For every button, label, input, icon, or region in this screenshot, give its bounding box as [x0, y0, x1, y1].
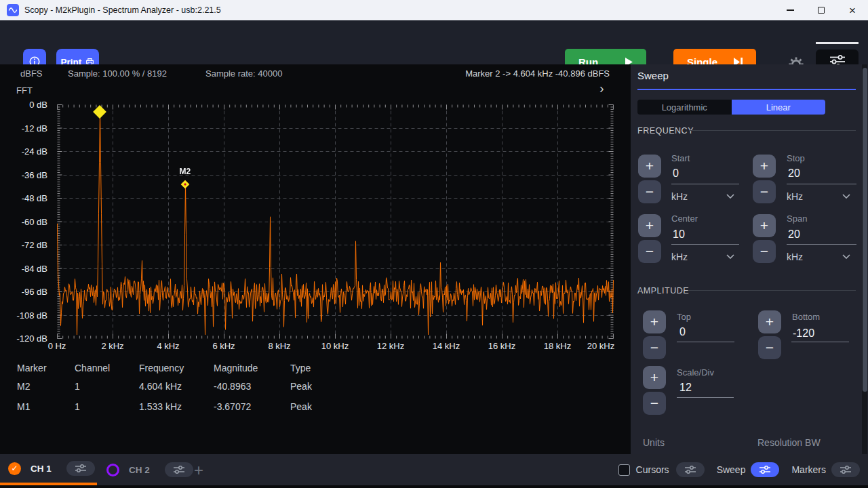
marker-cell: 1.533 kHz: [139, 401, 182, 412]
field-underline: [791, 342, 849, 342]
x-tick-label: 0 Hz: [48, 341, 66, 351]
sliders-icon: [74, 464, 87, 473]
maximize-button[interactable]: [806, 0, 837, 20]
stop-decrement-button[interactable]: −: [753, 180, 776, 203]
span-value[interactable]: 20: [788, 228, 800, 241]
marker-cell: M2: [17, 381, 30, 392]
marker-cell: 1: [75, 401, 80, 412]
start-increment-button[interactable]: +: [638, 155, 661, 178]
chevron-down-icon[interactable]: [842, 254, 850, 259]
stop-value[interactable]: 20: [788, 167, 800, 180]
channel-1-enable-checkbox[interactable]: ✓: [8, 462, 21, 475]
active-menu-indicator: [816, 42, 859, 44]
y-tick-label: -12 dB: [5, 123, 47, 134]
marker-table-header-cell: Magnitude: [214, 363, 258, 373]
top-decrement-button[interactable]: −: [643, 336, 666, 359]
sweep-toggle-label: Sweep: [717, 464, 746, 475]
chevron-down-icon[interactable]: [726, 254, 734, 259]
center-increment-button[interactable]: +: [638, 214, 661, 237]
channel-1-settings-button[interactable]: [66, 461, 95, 476]
top-value[interactable]: 0: [679, 326, 686, 338]
x-tick-label: 10 kHz: [321, 341, 349, 351]
sweep-settings-panel: Sweep Logarithmic Linear FREQUENCY + − S…: [631, 64, 868, 454]
span-unit-dropdown[interactable]: kHz: [787, 251, 803, 262]
span-decrement-button[interactable]: −: [753, 240, 776, 263]
spectrum-chart-region: dBFS Sample: 100.00 % / 8192 Sample rate…: [0, 64, 631, 454]
channel-2-enable-checkbox[interactable]: [106, 464, 119, 476]
chevron-right-icon[interactable]: ›: [599, 81, 604, 96]
x-tick-label: 14 kHz: [433, 341, 460, 351]
add-channel-button[interactable]: +: [194, 461, 203, 480]
scalediv-value[interactable]: 12: [679, 382, 692, 394]
bottom-decrement-button[interactable]: −: [758, 336, 781, 359]
marker-table-row-m2[interactable]: M2 1 4.604 kHz -40.8963 Peak: [0, 381, 631, 392]
panel-scrollbar-thumb[interactable]: [863, 68, 867, 392]
toggle-linear[interactable]: Linear: [732, 100, 826, 115]
y-tick-label: -96 dB: [5, 287, 47, 298]
marker-table-row-m1[interactable]: M1 1 1.533 kHz -3.67072 Peak: [0, 401, 631, 412]
field-underline: [677, 397, 734, 398]
x-tick-label: 8 kHz: [268, 341, 290, 351]
top-increment-button[interactable]: +: [643, 310, 666, 333]
app-logo-icon: [7, 4, 19, 16]
stop-increment-button[interactable]: +: [753, 155, 776, 178]
start-value[interactable]: 0: [673, 167, 679, 180]
maximize-icon: [818, 7, 825, 14]
field-underline: [787, 184, 856, 184]
start-unit-dropdown[interactable]: kHz: [671, 191, 688, 202]
minimize-icon: [787, 9, 794, 10]
frequency-section-label: FREQUENCY: [637, 126, 694, 136]
center-unit-dropdown[interactable]: kHz: [671, 251, 688, 262]
start-label: Start: [671, 153, 690, 163]
field-underline: [677, 342, 734, 342]
marker-table-header-cell: Frequency: [139, 363, 184, 373]
x-tick-label: 16 kHz: [488, 341, 515, 351]
scalediv-increment-button[interactable]: +: [643, 366, 666, 389]
panel-scrollbar[interactable]: [862, 64, 867, 454]
bottom-value[interactable]: -120: [793, 327, 814, 340]
sliders-icon: [839, 465, 852, 474]
markers-settings-button[interactable]: [831, 462, 860, 477]
y-tick-label: -108 dB: [5, 310, 47, 321]
cursors-settings-button[interactable]: [676, 462, 705, 477]
y-tick-label: 0 dB: [5, 100, 47, 110]
toolbar: Print Run Single: [0, 20, 868, 64]
center-value[interactable]: 10: [673, 228, 685, 241]
bottom-increment-button[interactable]: +: [758, 310, 781, 333]
cursors-checkbox[interactable]: [618, 464, 630, 476]
marker-cell: 4.604 kHz: [139, 381, 182, 392]
bottom-bar: ✓ CH 1 CH 2: [0, 454, 868, 488]
field-underline: [671, 184, 739, 184]
chevron-down-icon[interactable]: [842, 194, 850, 199]
fft-mode-label: FFT: [16, 85, 33, 96]
stop-unit-dropdown[interactable]: kHz: [787, 191, 803, 202]
channel-2-settings-button[interactable]: [165, 462, 193, 477]
x-tick-label: 4 kHz: [157, 341, 179, 351]
spectrum-plot[interactable]: [57, 104, 614, 339]
y-tick-label: -60 dB: [5, 217, 47, 228]
sweep-settings-button[interactable]: [751, 462, 779, 477]
amplitude-section-label: AMPLITUDE: [637, 286, 689, 296]
sliders-icon: [172, 465, 186, 474]
start-decrement-button[interactable]: −: [638, 180, 661, 203]
resolution-bw-label: Resolution BW: [757, 437, 821, 448]
chevron-down-icon[interactable]: [726, 194, 734, 199]
x-tick-label: 18 kHz: [544, 341, 571, 351]
x-tick-label: 20 kHz: [587, 341, 614, 351]
sample-status: Sample: 100.00 % / 8192: [68, 68, 167, 79]
scalediv-label: Scale/Div: [677, 367, 714, 378]
center-label: Center: [671, 214, 698, 224]
channel-2-label: CH 2: [129, 465, 150, 475]
panel-title-underline: [637, 89, 856, 90]
toggle-logarithmic[interactable]: Logarithmic: [637, 100, 732, 115]
scalediv-decrement-button[interactable]: −: [643, 392, 666, 415]
bottom-label: Bottom: [792, 312, 820, 322]
close-button[interactable]: ×: [837, 0, 868, 20]
section-divider: [688, 290, 856, 291]
markers-toggle-label: Markers: [791, 464, 826, 475]
channel-1-tab[interactable]: ✓ CH 1: [0, 454, 97, 485]
field-underline: [671, 244, 739, 245]
span-increment-button[interactable]: +: [753, 214, 776, 237]
center-decrement-button[interactable]: −: [638, 240, 661, 263]
minimize-button[interactable]: [774, 0, 806, 20]
